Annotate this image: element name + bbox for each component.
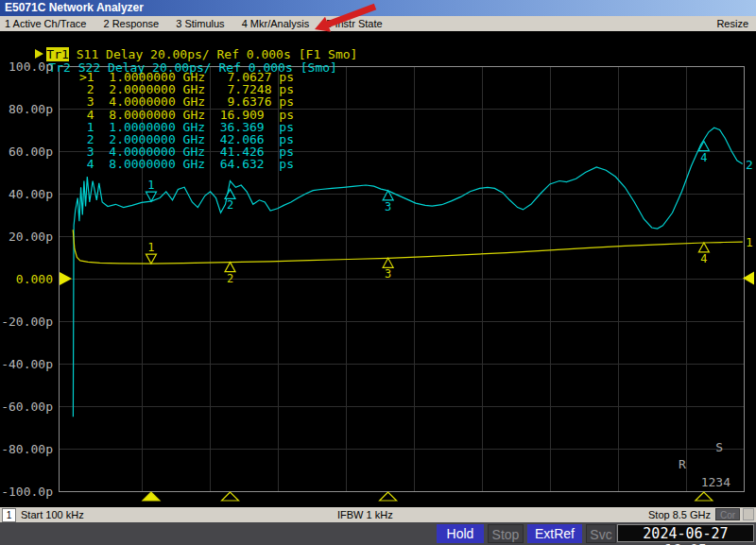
title-bar: E5071C Network Analyzer (0, 0, 756, 16)
receiver-label: R (679, 459, 686, 470)
port-status-line: S (686, 442, 730, 453)
port-status-line: 1234 (686, 477, 730, 488)
status-bar: 1 Start 100 kHz IFBW 1 kHz Stop 8.5 GHz … (0, 507, 756, 522)
app-window: E5071C Network Analyzer 1 Active Ch/Trac… (0, 0, 756, 545)
stop-frequency-label: Stop 8.5 GHz (648, 507, 711, 522)
correction-indicator: Cor (715, 508, 740, 520)
trace2-status-line[interactable]: Tr2S22 Delay 20.00ps/ Ref 0.000s[Smo] (19, 46, 337, 60)
sweep-stop-indicator: Stop (488, 524, 524, 543)
y-axis-tick: 60.00p (0, 145, 53, 159)
y-axis-tick: -100.0p (0, 485, 53, 499)
marker-table-row: 4 8.0000000 GHz 16.909 ps (79, 109, 294, 121)
y-axis-tick: -40.00p (0, 357, 53, 371)
window-title: E5071C Network Analyzer (0, 1, 144, 14)
menu-mkr-analysis[interactable]: 4 Mkr/Analysis (242, 16, 310, 31)
menu-bar: 1 Active Ch/Trace 2 Response 3 Stimulus … (0, 16, 756, 31)
menu-response[interactable]: 2 Response (103, 16, 159, 31)
y-axis-tick: -80.00p (0, 442, 53, 456)
marker-table-row: 3 4.0000000 GHz 9.6376 ps (79, 95, 294, 108)
channel-indicator: 1 (2, 508, 16, 522)
trace1-status-line[interactable]: Tr1S11 Delay 20.00ps/ Ref 0.000s[F1 Smo] (6, 33, 357, 46)
menu-instr-state[interactable]: 5 Instr State (326, 16, 382, 31)
trace2-smoothing-tag: [Smo] (301, 60, 337, 75)
menu-resize[interactable]: Resize (716, 16, 748, 31)
y-axis-tick: 40.00p (0, 187, 53, 201)
y-axis-tick: -60.00p (0, 400, 53, 414)
status-corner-box (743, 508, 754, 520)
marker-table: >1 1.0000000 GHz 7.0627 ps 2 2.0000000 G… (79, 71, 294, 171)
y-axis-tick: 80.00p (0, 102, 53, 116)
ifbw-label: IFBW 1 kHz (337, 507, 393, 522)
y-axis-tick: 100.0p (0, 60, 53, 74)
start-frequency-label: Start 100 kHz (21, 507, 84, 522)
y-axis-tick: 20.00p (0, 230, 53, 244)
instrument-status-bar: Hold Stop ExtRef Svc 2024-06-27 16:05 (0, 522, 756, 545)
y-axis-tick: -20.00p (0, 315, 53, 329)
menu-active-ch-trace[interactable]: 1 Active Ch/Trace (5, 16, 86, 31)
y-axis-tick: 0.000 (0, 272, 53, 286)
svc-indicator: Svc (586, 524, 616, 543)
marker-table-row: 4 8.0000000 GHz 64.632 ps (79, 158, 294, 170)
datetime-display: 2024-06-27 16:05 (617, 524, 754, 542)
menu-stimulus[interactable]: 3 Stimulus (176, 16, 224, 31)
hold-indicator: Hold (437, 524, 484, 543)
extref-indicator: ExtRef (527, 524, 582, 543)
